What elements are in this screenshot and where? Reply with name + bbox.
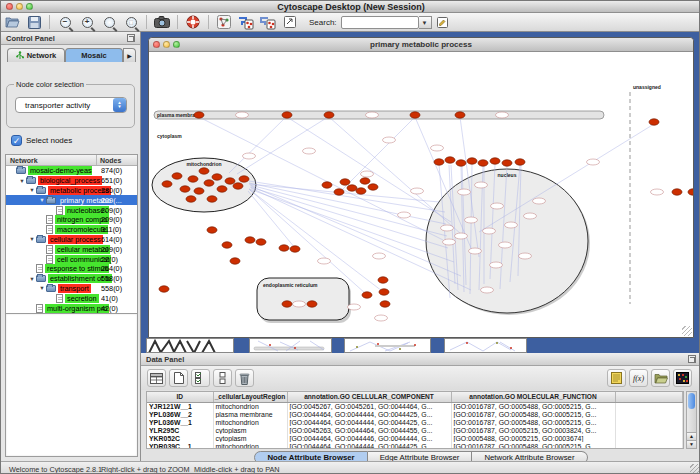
network-node[interactable] <box>207 196 217 202</box>
tree-row[interactable]: response to stimulu264(0) <box>6 264 137 274</box>
network-node[interactable] <box>456 160 466 166</box>
network-node-small[interactable] <box>475 182 488 188</box>
tree-row[interactable]: mosaic-demo-yeast874(0) <box>6 166 137 176</box>
import-attributes-folder-icon[interactable] <box>651 369 670 387</box>
tree-row[interactable]: multi-organism pro42(0) <box>6 303 137 313</box>
unselect-attributes-icon[interactable] <box>213 369 232 387</box>
network-node[interactable] <box>360 178 370 184</box>
network-node[interactable] <box>256 239 266 245</box>
network-node-small[interactable] <box>443 239 456 245</box>
background-window-thumbnail[interactable] <box>444 338 527 353</box>
network-node-small[interactable] <box>373 253 386 259</box>
network-node[interactable] <box>688 189 693 195</box>
network-edge[interactable] <box>237 117 328 174</box>
tree-row[interactable]: ▼biological_process651(0) <box>6 176 137 186</box>
birds-eye-view[interactable] <box>5 313 138 457</box>
network-node-small[interactable] <box>236 112 249 118</box>
network-node-small[interactable] <box>483 228 496 234</box>
table-column-header[interactable] <box>615 392 683 402</box>
network-node-small[interactable] <box>375 315 388 321</box>
network-node[interactable] <box>282 301 292 307</box>
float-panel-icon[interactable] <box>127 34 135 42</box>
attribute-table[interactable]: ID_cellularLayoutRegionannotation.GO CEL… <box>146 391 684 449</box>
table-row[interactable]: YPL036W__1mitochondrion[GO:0044464, GO:0… <box>147 418 683 426</box>
network-node[interactable] <box>356 188 366 194</box>
network-node-small[interactable] <box>465 217 478 223</box>
window-resize-grip[interactable] <box>682 326 692 336</box>
table-row[interactable]: YKR052Ccytoplasm[GO:0044464, GO:0044446,… <box>147 434 683 442</box>
background-window-thumbnail[interactable] <box>344 338 431 353</box>
network-node[interactable] <box>159 286 169 292</box>
network-node-small[interactable] <box>293 301 306 307</box>
network-node[interactable] <box>188 176 198 182</box>
network-node-small[interactable] <box>533 198 546 204</box>
network-node[interactable] <box>230 258 240 264</box>
network-node[interactable] <box>239 176 249 182</box>
tree-row[interactable]: macromolecule311(0) <box>6 225 137 235</box>
tree-row[interactable]: nucleobase-209(0) <box>6 205 137 215</box>
network-node-small[interactable] <box>455 233 468 239</box>
zoom-out-icon[interactable]: − <box>55 14 75 31</box>
network-node[interactable] <box>282 112 292 118</box>
tree-row[interactable]: nitrogen compo209(0) <box>6 215 137 225</box>
network-node[interactable] <box>368 184 378 190</box>
search-dropdown-button[interactable]: ▼ <box>419 16 432 29</box>
network-node[interactable] <box>199 168 209 174</box>
zoom-in-icon[interactable]: + <box>77 14 97 31</box>
tree-row[interactable]: ▼metabolic process280(0) <box>6 186 137 196</box>
network-node[interactable] <box>502 160 512 166</box>
tree-row[interactable]: ▼establishment of lo558(0) <box>6 274 137 284</box>
network-node[interactable] <box>347 185 357 191</box>
network-node[interactable] <box>222 242 232 248</box>
network-node[interactable] <box>322 182 332 188</box>
configure-search-icon[interactable] <box>433 14 453 31</box>
tree-column-network[interactable]: Network <box>6 155 97 165</box>
network-node-small[interactable] <box>519 253 532 259</box>
network-node[interactable] <box>172 173 182 179</box>
tree-row[interactable]: cellular metabol209(0) <box>6 244 137 254</box>
network-node[interactable] <box>378 277 388 283</box>
network-node-small[interactable] <box>458 189 471 195</box>
help-lifesaver-icon[interactable] <box>183 14 203 31</box>
tree-row[interactable]: cell communicat22(0) <box>6 254 137 264</box>
network-window-titlebar[interactable]: primary metabolic process <box>149 38 693 52</box>
network-node-small[interactable] <box>505 222 518 228</box>
network-node[interactable] <box>490 158 500 164</box>
network-node[interactable] <box>162 181 172 187</box>
table-column-header[interactable]: annotation.GO MOLECULAR_FUNCTION <box>451 392 615 402</box>
delete-attribute-trash-icon[interactable] <box>235 369 254 387</box>
network-node-small[interactable] <box>490 262 503 268</box>
network-node[interactable] <box>434 159 444 165</box>
expand-triangle-icon[interactable]: ▼ <box>28 236 36 242</box>
network-node[interactable] <box>445 157 455 163</box>
open-session-icon[interactable] <box>2 14 22 31</box>
expand-triangle-icon[interactable]: ▼ <box>28 276 36 282</box>
expand-triangle-icon[interactable]: ▼ <box>28 187 36 193</box>
network-node[interactable] <box>217 186 227 192</box>
tree-row[interactable]: ▼cellular process614(0) <box>6 235 137 245</box>
zoom-fit-icon[interactable]: ⬚ <box>121 14 141 31</box>
more-tabs-arrow-icon[interactable]: ▶ <box>123 48 136 62</box>
network-node-small[interactable] <box>651 189 664 195</box>
attribute-notes-icon[interactable] <box>607 369 626 387</box>
network-node[interactable] <box>380 301 390 307</box>
network-node[interactable] <box>649 119 659 125</box>
network-node-small[interactable] <box>499 242 512 248</box>
expand-triangle-icon[interactable]: ▼ <box>18 178 26 184</box>
network-node[interactable] <box>194 112 204 118</box>
network-node-small[interactable] <box>398 212 411 218</box>
tab-mosaic[interactable]: Mosaic <box>65 48 123 62</box>
app-resize-grip[interactable] <box>690 464 700 474</box>
tree-row[interactable]: secretion41(0) <box>6 293 137 303</box>
network-node-small[interactable] <box>441 225 454 231</box>
save-session-icon[interactable] <box>24 14 44 31</box>
network-node[interactable] <box>307 301 317 307</box>
network-node-small[interactable] <box>431 145 444 151</box>
network-node[interactable] <box>225 178 235 184</box>
network-node-small[interactable] <box>524 213 537 219</box>
network-node[interactable] <box>207 227 217 233</box>
network-node[interactable] <box>379 289 389 295</box>
network-node[interactable] <box>455 112 465 118</box>
network-node-small[interactable] <box>361 171 374 177</box>
zoom-selected-region-icon[interactable] <box>99 14 119 31</box>
